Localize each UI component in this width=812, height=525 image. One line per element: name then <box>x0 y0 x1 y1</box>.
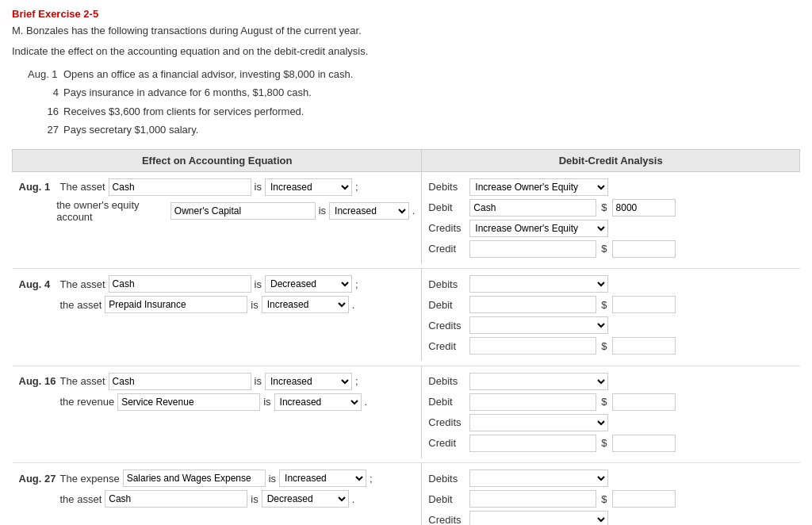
aug1-debit-account[interactable] <box>469 199 596 217</box>
aug16-debits-select[interactable]: Increase Asset Decrease Asset <box>469 373 608 390</box>
aug27-row: Aug. 27 The expense is Increased Decreas… <box>13 463 800 525</box>
aug16-line2-period: . <box>365 396 368 408</box>
aug1-line2-period: . <box>412 205 416 217</box>
aug16-line2-is: is <box>263 396 270 408</box>
aug-label-1: Aug. 1 <box>28 65 63 83</box>
aug1-line1-account[interactable] <box>109 178 251 196</box>
aug27-credits-label: Credits <box>428 514 466 525</box>
aug16-line1-account[interactable] <box>109 373 251 390</box>
aug27-debits-select[interactable]: Increase Expense Decrease Expense <box>469 469 608 487</box>
aug16-credits-label: Credits <box>428 416 466 428</box>
main-table: Effect on Accounting Equation Debit-Cred… <box>12 149 800 525</box>
aug16-debit-amount[interactable] <box>612 393 676 411</box>
aug4-debits-select[interactable]: Increase Asset Decrease Asset Increase O… <box>469 275 608 293</box>
aug16-line1-effect[interactable]: Increased Decreased <box>265 373 352 390</box>
aug4-label: Aug. 4 <box>19 278 57 290</box>
aug1-credit-label: Credit <box>428 243 466 255</box>
aug16-credit-amount[interactable] <box>612 435 676 452</box>
aug4-debit-amount[interactable] <box>612 296 676 313</box>
aug1-line1-effect[interactable]: Increased Decreased <box>265 178 352 196</box>
aug4-line2-effect[interactable]: Increased Decreased <box>262 296 349 313</box>
aug1-debit-dollar: $ <box>601 201 607 213</box>
aug16-credit-label: Credit <box>428 437 466 449</box>
aug27-line1-semi: ; <box>370 473 373 485</box>
aug27-debits-label: Debits <box>428 473 466 485</box>
aug4-credit-account[interactable] <box>469 337 596 354</box>
aug1-credits-label: Credits <box>428 222 466 234</box>
aug1-credit-account[interactable] <box>469 240 596 258</box>
aug1-credits-select[interactable]: Increase Owner's Equity Decrease Owner's… <box>469 220 608 237</box>
aug16-debit-label: Debit <box>428 396 466 408</box>
aug27-debit-dollar: $ <box>601 493 607 505</box>
aug16-debit-dollar: $ <box>601 396 607 408</box>
aug16-line1-is: is <box>255 375 262 387</box>
aug16-debit-account[interactable] <box>469 393 596 411</box>
aug16-line1-semi: ; <box>355 375 358 387</box>
aug27-line2-is: is <box>251 493 258 505</box>
aug27-line1-prefix: The expense <box>60 473 120 485</box>
aug16-line2-prefix: the revenue <box>60 396 115 408</box>
aug4-credits-select[interactable]: Increase Asset Decrease Asset <box>469 316 608 334</box>
aug1-debit-label: Debit <box>428 201 466 213</box>
aug4-debit-label: Debit <box>428 299 466 311</box>
aug27-line1-effect[interactable]: Increased Decreased <box>279 469 366 487</box>
aug16-credit-account[interactable] <box>469 435 596 452</box>
aug27-label: Aug. 27 <box>19 473 57 485</box>
aug1-credit-dollar: $ <box>601 243 607 255</box>
aug27-credits-select[interactable]: Decrease Asset Increase Asset <box>469 511 608 525</box>
aug-label-3: 16 <box>28 102 63 121</box>
aug4-line2-account[interactable] <box>105 296 247 313</box>
aug16-credits-select[interactable]: Increase Revenue Decrease Revenue <box>469 414 608 431</box>
exercise-title: Brief Exercise 2-5 <box>12 8 800 20</box>
aug27-line2-prefix: the asset <box>60 493 102 505</box>
aug4-line2-period: . <box>352 299 355 311</box>
aug-label-2: 4 <box>28 83 63 102</box>
aug27-debit-account[interactable] <box>469 490 596 508</box>
aug1-debit-amount[interactable] <box>612 199 676 217</box>
trans-text-1: Opens an office as a financial advisor, … <box>63 65 353 83</box>
aug27-debit-label: Debit <box>428 493 466 505</box>
aug1-row: Aug. 1 The asset is Increased Decreased … <box>13 171 800 264</box>
aug16-label: Aug. 16 <box>19 375 57 387</box>
aug1-label: Aug. 1 <box>19 181 57 193</box>
aug4-line1-semi: ; <box>355 278 358 290</box>
intro-line1: M. Bonzales has the following transactio… <box>12 23 800 39</box>
aug4-debit-account[interactable] <box>469 296 596 313</box>
aug1-line2-account[interactable] <box>170 202 316 220</box>
aug1-line1-semi: ; <box>355 181 358 193</box>
aug4-debit-dollar: $ <box>601 299 607 311</box>
aug27-debit-amount[interactable] <box>612 490 676 508</box>
aug27-line2-effect[interactable]: Decreased Increased <box>262 490 349 508</box>
aug16-debits-label: Debits <box>428 375 466 387</box>
aug4-line1-prefix: The asset <box>60 278 105 290</box>
aug1-credit-amount[interactable] <box>612 240 676 258</box>
aug4-credit-label: Credit <box>428 340 466 352</box>
aug4-line2-is: is <box>251 299 258 311</box>
aug27-line2-period: . <box>352 493 355 505</box>
aug16-line2-effect[interactable]: Increased Decreased <box>274 393 362 411</box>
aug1-line1-prefix: The asset <box>60 181 105 193</box>
intro-line2: Indicate the effect on the accounting eq… <box>12 44 800 59</box>
aug4-line1-is: is <box>255 278 262 290</box>
aug16-credit-dollar: $ <box>601 437 607 449</box>
aug27-line1-is: is <box>269 473 276 485</box>
aug4-debits-label: Debits <box>428 278 466 290</box>
aug-label-4: 27 <box>28 121 63 139</box>
aug16-row: Aug. 16 The asset is Increased Decreased… <box>13 366 800 458</box>
aug1-debits-select[interactable]: Increase Owner's Equity Decrease Owner's… <box>469 178 608 196</box>
aug4-credits-label: Credits <box>428 320 466 331</box>
aug1-line2-is: is <box>319 205 326 217</box>
trans-text-3: Receives $3,600 from clients for service… <box>63 102 304 121</box>
aug1-line2-effect[interactable]: Increased Decreased <box>329 202 409 220</box>
aug4-line1-effect[interactable]: Decreased Increased <box>265 275 352 293</box>
aug16-line2-account[interactable] <box>117 393 260 411</box>
aug4-line1-account[interactable] <box>109 275 251 293</box>
aug4-credit-amount[interactable] <box>612 337 676 354</box>
trans-text-2: Pays insurance in advance for 6 months, … <box>63 83 312 102</box>
aug4-row: Aug. 4 The asset is Decreased Increased … <box>13 269 800 362</box>
debit-header: Debit-Credit Analysis <box>422 149 800 171</box>
aug27-line2-account[interactable] <box>105 490 247 508</box>
aug1-debits-label: Debits <box>428 181 466 193</box>
aug27-line1-account[interactable] <box>123 469 266 487</box>
aug4-credit-dollar: $ <box>601 340 607 352</box>
